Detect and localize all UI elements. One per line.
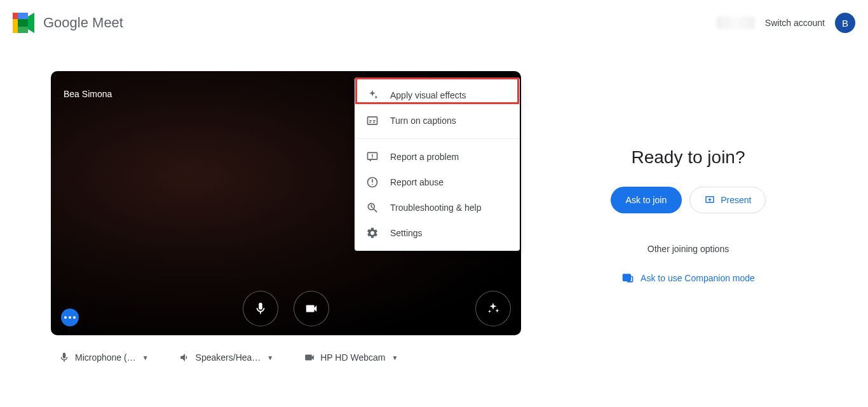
menu-apply-visual-effects[interactable]: Apply visual effects bbox=[355, 83, 520, 108]
captions-icon bbox=[366, 114, 379, 127]
speaker-selector[interactable]: Speakers/Hea… ▼ bbox=[179, 352, 274, 363]
participant-name-label: Bea Simona bbox=[64, 89, 112, 99]
menu-label: Troubleshooting & help bbox=[390, 203, 481, 213]
more-options-button[interactable] bbox=[61, 309, 79, 326]
menu-report-problem[interactable]: Report a problem bbox=[355, 144, 520, 170]
menu-report-abuse[interactable]: Report abuse bbox=[355, 170, 520, 195]
visual-effects-button[interactable] bbox=[475, 291, 511, 326]
gear-icon bbox=[366, 227, 379, 239]
menu-divider bbox=[355, 138, 520, 139]
switch-account-link[interactable]: Switch account bbox=[765, 18, 825, 28]
camera-label: HP HD Webcam bbox=[320, 352, 385, 363]
menu-settings[interactable]: Settings bbox=[355, 220, 520, 246]
speaker-label: Speakers/Hea… bbox=[196, 352, 261, 363]
svg-rect-1 bbox=[13, 19, 18, 33]
other-joining-label: Other joining options bbox=[648, 244, 729, 254]
chevron-down-icon: ▼ bbox=[267, 354, 273, 361]
menu-label: Settings bbox=[390, 228, 423, 238]
svg-rect-2 bbox=[18, 13, 28, 19]
svg-rect-6 bbox=[368, 117, 377, 124]
camera-icon bbox=[304, 302, 318, 316]
header-right: Switch account B bbox=[717, 13, 855, 33]
center-controls bbox=[243, 291, 329, 326]
chevron-down-icon: ▼ bbox=[142, 354, 149, 361]
mic-label: Microphone (… bbox=[75, 352, 136, 363]
svg-rect-0 bbox=[13, 13, 18, 19]
menu-turn-on-captions[interactable]: Turn on captions bbox=[355, 108, 520, 133]
menu-label: Turn on captions bbox=[390, 116, 456, 126]
feedback-icon bbox=[366, 150, 379, 163]
header-left: Google Meet bbox=[13, 13, 123, 33]
camera-icon bbox=[304, 352, 315, 363]
camera-selector[interactable]: HP HD Webcam ▼ bbox=[304, 352, 398, 363]
mic-icon bbox=[58, 352, 70, 363]
menu-label: Report abuse bbox=[390, 177, 444, 187]
menu-label: Apply visual effects bbox=[390, 90, 466, 100]
device-row: Microphone (… ▼ Speakers/Hea… ▼ HP HD We… bbox=[51, 352, 521, 363]
avatar[interactable]: B bbox=[835, 13, 855, 33]
companion-icon bbox=[621, 272, 634, 284]
svg-marker-5 bbox=[28, 13, 34, 33]
mic-toggle-button[interactable] bbox=[243, 291, 278, 326]
join-title: Ready to join? bbox=[631, 147, 745, 168]
google-meet-logo-icon bbox=[13, 13, 38, 33]
options-menu: Apply visual effects Turn on captions Re… bbox=[355, 77, 520, 251]
product-name: Google Meet bbox=[43, 15, 123, 31]
companion-mode-link[interactable]: Ask to use Companion mode bbox=[621, 272, 755, 284]
more-icon bbox=[64, 316, 76, 319]
sparkle-icon bbox=[486, 302, 500, 316]
present-label: Present bbox=[721, 195, 751, 205]
sparkle-icon bbox=[366, 89, 379, 102]
mic-selector[interactable]: Microphone (… ▼ bbox=[58, 352, 149, 363]
redacted-email bbox=[717, 17, 755, 29]
present-button[interactable]: Present bbox=[689, 187, 766, 213]
troubleshoot-icon bbox=[366, 201, 379, 214]
ask-to-join-button[interactable]: Ask to join bbox=[611, 187, 682, 213]
join-column: Ready to join? Ask to join Present Other… bbox=[559, 71, 817, 363]
speaker-icon bbox=[179, 352, 191, 363]
present-icon bbox=[704, 194, 715, 206]
app-header: Google Meet Switch account B bbox=[0, 0, 868, 46]
camera-toggle-button[interactable] bbox=[294, 291, 329, 326]
menu-label: Report a problem bbox=[390, 152, 459, 162]
join-buttons: Ask to join Present bbox=[611, 187, 766, 213]
companion-label: Ask to use Companion mode bbox=[641, 273, 755, 283]
mic-icon bbox=[254, 302, 268, 316]
chevron-down-icon: ▼ bbox=[391, 354, 398, 361]
svg-rect-4 bbox=[18, 19, 28, 27]
warning-icon bbox=[366, 176, 379, 189]
menu-troubleshooting[interactable]: Troubleshooting & help bbox=[355, 195, 520, 220]
svg-rect-3 bbox=[18, 27, 28, 33]
